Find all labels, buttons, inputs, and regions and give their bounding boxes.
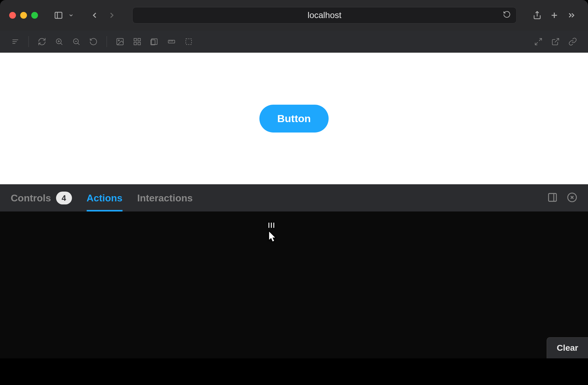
window-traffic-lights	[9, 12, 38, 19]
tab-interactions-label: Interactions	[137, 192, 193, 204]
tab-controls[interactable]: Controls 4	[11, 185, 72, 211]
svg-line-30	[555, 38, 559, 42]
svg-line-28	[539, 38, 541, 41]
open-new-tab-icon[interactable]	[548, 34, 563, 49]
tab-interactions[interactable]: Interactions	[137, 185, 193, 211]
addons-panel: Controls 4 Actions Interactions Clear	[0, 184, 588, 358]
reload-icon[interactable]	[503, 10, 511, 21]
svg-line-13	[78, 43, 80, 45]
addons-body: Clear	[0, 211, 588, 358]
tabs-overflow-button[interactable]	[564, 8, 579, 23]
zoom-in-icon[interactable]	[51, 34, 67, 49]
maximize-window-button[interactable]	[31, 12, 38, 19]
toolbar-divider	[107, 36, 107, 47]
sidebar-dropdown-chevron-icon[interactable]	[66, 8, 76, 23]
forward-button[interactable]	[104, 8, 119, 23]
svg-line-29	[535, 42, 538, 45]
svg-rect-19	[138, 42, 140, 45]
clear-button[interactable]: Clear	[547, 337, 588, 358]
browser-title-bar: localhost	[0, 0, 588, 31]
measure-icon[interactable]	[164, 34, 179, 49]
link-icon[interactable]	[565, 34, 580, 49]
svg-line-9	[61, 43, 62, 45]
address-bar[interactable]: localhost	[132, 7, 517, 24]
viewport-icon[interactable]	[147, 34, 162, 49]
tab-controls-label: Controls	[11, 192, 51, 204]
toolbar-divider	[28, 36, 29, 47]
svg-rect-17	[134, 38, 137, 41]
svg-rect-27	[186, 39, 192, 44]
close-panel-icon[interactable]	[567, 192, 577, 204]
addons-tabs: Controls 4 Actions Interactions	[0, 185, 588, 211]
grid-icon[interactable]	[130, 34, 145, 49]
share-button[interactable]	[530, 8, 545, 23]
background-icon[interactable]	[112, 34, 128, 49]
outline-icon[interactable]	[181, 34, 196, 49]
svg-rect-18	[138, 38, 140, 41]
address-text: localhost	[307, 10, 341, 20]
menu-icon[interactable]	[8, 34, 23, 49]
panel-orientation-icon[interactable]	[547, 192, 558, 204]
svg-rect-31	[548, 193, 556, 201]
sidebar-toggle-button[interactable]	[51, 8, 66, 23]
svg-point-16	[118, 40, 119, 41]
minimize-window-button[interactable]	[20, 12, 27, 19]
demo-button[interactable]: Button	[259, 105, 329, 133]
zoom-reset-icon[interactable]	[86, 34, 101, 49]
new-tab-button[interactable]	[547, 8, 562, 23]
zoom-out-icon[interactable]	[69, 34, 84, 49]
svg-rect-23	[168, 40, 175, 43]
preview-canvas: Button	[0, 53, 588, 184]
tab-actions[interactable]: Actions	[87, 185, 123, 211]
fullscreen-icon[interactable]	[531, 34, 546, 49]
close-window-button[interactable]	[9, 12, 16, 19]
tab-controls-badge: 4	[56, 192, 72, 204]
svg-rect-20	[134, 42, 137, 45]
back-button[interactable]	[87, 8, 102, 23]
storybook-toolbar	[0, 31, 588, 53]
svg-rect-0	[55, 12, 62, 18]
tab-actions-label: Actions	[87, 192, 123, 204]
sync-icon[interactable]	[34, 34, 50, 49]
